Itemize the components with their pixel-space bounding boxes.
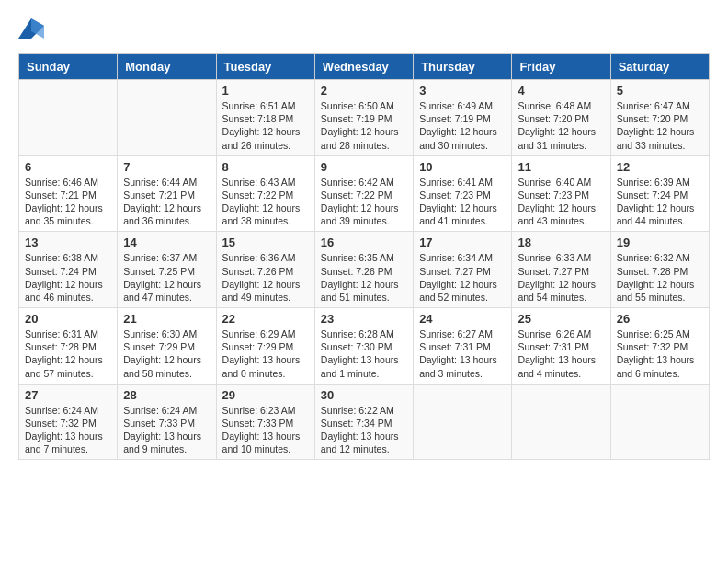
day-number: 22 <box>222 312 309 326</box>
week-row-2: 6Sunrise: 6:46 AM Sunset: 7:21 PM Daylig… <box>19 155 710 232</box>
week-row-4: 20Sunrise: 6:31 AM Sunset: 7:28 PM Dayli… <box>19 308 710 385</box>
calendar-cell <box>414 384 512 460</box>
calendar-cell: 25Sunrise: 6:26 AM Sunset: 7:31 PM Dayli… <box>512 308 610 385</box>
day-number: 29 <box>222 388 309 402</box>
day-number: 9 <box>321 160 407 174</box>
calendar-cell: 17Sunrise: 6:34 AM Sunset: 7:27 PM Dayli… <box>414 232 512 308</box>
day-number: 3 <box>419 84 506 98</box>
calendar-cell: 18Sunrise: 6:33 AM Sunset: 7:27 PM Dayli… <box>512 232 610 308</box>
calendar-cell: 21Sunrise: 6:30 AM Sunset: 7:29 PM Dayli… <box>118 308 216 385</box>
day-details: Sunrise: 6:42 AM Sunset: 7:22 PM Dayligh… <box>321 176 407 228</box>
day-details: Sunrise: 6:47 AM Sunset: 7:20 PM Dayligh… <box>617 99 703 152</box>
day-details: Sunrise: 6:35 AM Sunset: 7:26 PM Dayligh… <box>321 251 407 304</box>
day-details: Sunrise: 6:24 AM Sunset: 7:33 PM Dayligh… <box>123 404 210 456</box>
weekday-header-tuesday: Tuesday <box>216 54 314 80</box>
calendar-cell: 23Sunrise: 6:28 AM Sunset: 7:30 PM Dayli… <box>314 308 413 385</box>
calendar-cell: 27Sunrise: 6:24 AM Sunset: 7:32 PM Dayli… <box>19 384 118 460</box>
day-number: 13 <box>25 236 111 249</box>
day-number: 24 <box>419 312 506 326</box>
calendar-cell: 12Sunrise: 6:39 AM Sunset: 7:24 PM Dayli… <box>610 155 709 232</box>
calendar-cell: 16Sunrise: 6:35 AM Sunset: 7:26 PM Dayli… <box>314 232 413 308</box>
calendar-cell: 13Sunrise: 6:38 AM Sunset: 7:24 PM Dayli… <box>19 232 118 308</box>
calendar-cell: 14Sunrise: 6:37 AM Sunset: 7:25 PM Dayli… <box>118 232 216 308</box>
day-number: 5 <box>617 84 703 98</box>
day-details: Sunrise: 6:30 AM Sunset: 7:29 PM Dayligh… <box>123 327 210 380</box>
day-details: Sunrise: 6:22 AM Sunset: 7:34 PM Dayligh… <box>321 404 407 456</box>
week-row-3: 13Sunrise: 6:38 AM Sunset: 7:24 PM Dayli… <box>19 232 710 308</box>
calendar-cell: 26Sunrise: 6:25 AM Sunset: 7:32 PM Dayli… <box>610 308 709 385</box>
calendar-cell: 29Sunrise: 6:23 AM Sunset: 7:33 PM Dayli… <box>216 384 314 460</box>
weekday-header-sunday: Sunday <box>19 54 118 80</box>
calendar-cell: 11Sunrise: 6:40 AM Sunset: 7:23 PM Dayli… <box>512 155 610 232</box>
weekday-header-monday: Monday <box>118 54 216 80</box>
day-details: Sunrise: 6:46 AM Sunset: 7:21 PM Dayligh… <box>25 176 111 228</box>
day-details: Sunrise: 6:25 AM Sunset: 7:32 PM Dayligh… <box>617 327 703 380</box>
day-details: Sunrise: 6:41 AM Sunset: 7:23 PM Dayligh… <box>419 176 506 228</box>
calendar-cell: 10Sunrise: 6:41 AM Sunset: 7:23 PM Dayli… <box>414 155 512 232</box>
weekday-header-row: SundayMondayTuesdayWednesdayThursdayFrid… <box>19 54 710 80</box>
day-details: Sunrise: 6:37 AM Sunset: 7:25 PM Dayligh… <box>123 251 210 304</box>
day-details: Sunrise: 6:34 AM Sunset: 7:27 PM Dayligh… <box>419 251 506 304</box>
day-details: Sunrise: 6:36 AM Sunset: 7:26 PM Dayligh… <box>222 251 309 304</box>
day-number: 11 <box>518 160 604 174</box>
day-details: Sunrise: 6:51 AM Sunset: 7:18 PM Dayligh… <box>222 99 309 152</box>
calendar-cell: 19Sunrise: 6:32 AM Sunset: 7:28 PM Dayli… <box>610 232 709 308</box>
day-details: Sunrise: 6:39 AM Sunset: 7:24 PM Dayligh… <box>617 176 703 228</box>
day-details: Sunrise: 6:49 AM Sunset: 7:19 PM Dayligh… <box>419 99 506 152</box>
day-details: Sunrise: 6:33 AM Sunset: 7:27 PM Dayligh… <box>518 251 604 304</box>
day-details: Sunrise: 6:24 AM Sunset: 7:32 PM Dayligh… <box>25 404 111 456</box>
logo-icon <box>18 18 44 39</box>
day-number: 17 <box>419 236 506 249</box>
day-number: 15 <box>222 236 309 249</box>
page-header <box>18 18 710 39</box>
day-number: 14 <box>123 236 210 249</box>
day-details: Sunrise: 6:50 AM Sunset: 7:19 PM Dayligh… <box>321 99 407 152</box>
day-number: 19 <box>617 236 703 249</box>
calendar-cell: 4Sunrise: 6:48 AM Sunset: 7:20 PM Daylig… <box>512 80 610 156</box>
week-row-5: 27Sunrise: 6:24 AM Sunset: 7:32 PM Dayli… <box>19 384 710 460</box>
day-details: Sunrise: 6:32 AM Sunset: 7:28 PM Dayligh… <box>617 251 703 304</box>
day-number: 1 <box>222 84 309 98</box>
day-number: 2 <box>321 84 407 98</box>
day-number: 28 <box>123 388 210 402</box>
week-row-1: 1Sunrise: 6:51 AM Sunset: 7:18 PM Daylig… <box>19 80 710 156</box>
weekday-header-thursday: Thursday <box>414 54 512 80</box>
calendar-cell: 2Sunrise: 6:50 AM Sunset: 7:19 PM Daylig… <box>314 80 413 156</box>
calendar-cell: 28Sunrise: 6:24 AM Sunset: 7:33 PM Dayli… <box>118 384 216 460</box>
day-details: Sunrise: 6:44 AM Sunset: 7:21 PM Dayligh… <box>123 176 210 228</box>
day-number: 7 <box>123 160 210 174</box>
day-details: Sunrise: 6:40 AM Sunset: 7:23 PM Dayligh… <box>518 176 604 228</box>
day-number: 20 <box>25 312 111 326</box>
day-details: Sunrise: 6:26 AM Sunset: 7:31 PM Dayligh… <box>518 327 604 380</box>
day-number: 25 <box>518 312 604 326</box>
calendar-cell: 9Sunrise: 6:42 AM Sunset: 7:22 PM Daylig… <box>314 155 413 232</box>
day-number: 16 <box>321 236 407 249</box>
calendar-cell: 15Sunrise: 6:36 AM Sunset: 7:26 PM Dayli… <box>216 232 314 308</box>
day-details: Sunrise: 6:31 AM Sunset: 7:28 PM Dayligh… <box>25 327 111 380</box>
day-details: Sunrise: 6:27 AM Sunset: 7:31 PM Dayligh… <box>419 327 506 380</box>
calendar-cell <box>610 384 709 460</box>
day-number: 12 <box>617 160 703 174</box>
day-details: Sunrise: 6:43 AM Sunset: 7:22 PM Dayligh… <box>222 176 309 228</box>
calendar-cell: 5Sunrise: 6:47 AM Sunset: 7:20 PM Daylig… <box>610 80 709 156</box>
calendar-cell <box>19 80 118 156</box>
calendar-cell: 30Sunrise: 6:22 AM Sunset: 7:34 PM Dayli… <box>314 384 413 460</box>
weekday-header-wednesday: Wednesday <box>314 54 413 80</box>
calendar-cell: 1Sunrise: 6:51 AM Sunset: 7:18 PM Daylig… <box>216 80 314 156</box>
day-number: 23 <box>321 312 407 326</box>
calendar-cell: 3Sunrise: 6:49 AM Sunset: 7:19 PM Daylig… <box>414 80 512 156</box>
day-number: 21 <box>123 312 210 326</box>
calendar-cell <box>512 384 610 460</box>
day-number: 18 <box>518 236 604 249</box>
calendar-cell: 7Sunrise: 6:44 AM Sunset: 7:21 PM Daylig… <box>118 155 216 232</box>
calendar-table: SundayMondayTuesdayWednesdayThursdayFrid… <box>18 53 710 460</box>
day-number: 6 <box>25 160 111 174</box>
calendar-cell: 20Sunrise: 6:31 AM Sunset: 7:28 PM Dayli… <box>19 308 118 385</box>
day-number: 4 <box>518 84 604 98</box>
day-details: Sunrise: 6:38 AM Sunset: 7:24 PM Dayligh… <box>25 251 111 304</box>
calendar-cell <box>118 80 216 156</box>
calendar-cell: 8Sunrise: 6:43 AM Sunset: 7:22 PM Daylig… <box>216 155 314 232</box>
calendar-cell: 24Sunrise: 6:27 AM Sunset: 7:31 PM Dayli… <box>414 308 512 385</box>
day-details: Sunrise: 6:29 AM Sunset: 7:29 PM Dayligh… <box>222 327 309 380</box>
day-number: 30 <box>321 388 407 402</box>
